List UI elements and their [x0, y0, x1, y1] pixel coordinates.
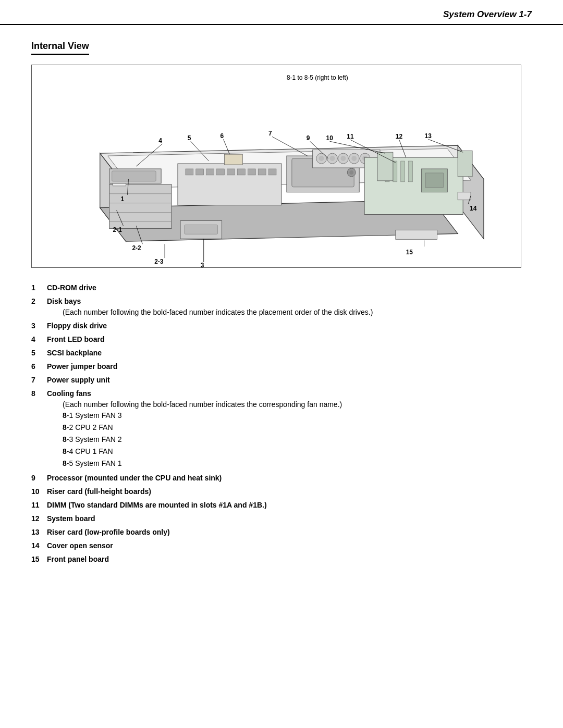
item-number: 7 — [31, 375, 47, 386]
svg-text:12: 12 — [396, 133, 403, 140]
item-number: 9 — [31, 473, 47, 484]
svg-rect-17 — [237, 169, 245, 175]
list-item: 5 SCSI backplane — [31, 348, 521, 359]
list-item: 6 Power jumper board — [31, 361, 521, 372]
svg-rect-50 — [185, 225, 218, 234]
item-number: 14 — [31, 540, 47, 551]
svg-text:6: 6 — [221, 132, 224, 140]
list-item: 4 Front LED board — [31, 334, 521, 345]
svg-text:4: 4 — [158, 137, 162, 144]
sub-bold: 8 — [63, 459, 67, 467]
item-number: 3 — [31, 320, 47, 331]
svg-text:14: 14 — [470, 205, 477, 212]
svg-rect-40 — [409, 161, 413, 182]
list-item: 3 Floppy disk drive — [31, 320, 521, 331]
diagram-box: 8-1 to 8-5 (right to left) — [31, 65, 521, 268]
sub-bold: 8 — [63, 423, 67, 431]
svg-text:7: 7 — [268, 130, 272, 137]
svg-point-29 — [329, 156, 335, 161]
svg-text:2-2: 2-2 — [132, 244, 141, 252]
item-content: Cooling fans (Each number following the … — [47, 388, 342, 470]
list-item: 11 DIMM (Two standard DIMMs are mounted … — [31, 500, 521, 511]
page-title: System Overview 1-7 — [443, 9, 532, 20]
svg-text:2-1: 2-1 — [113, 226, 123, 233]
svg-rect-52 — [112, 171, 156, 181]
svg-text:11: 11 — [347, 133, 354, 140]
list-item: 8 Cooling fans (Each number following th… — [31, 388, 521, 470]
svg-rect-44 — [458, 151, 472, 177]
svg-rect-18 — [248, 169, 255, 175]
item-number: 6 — [31, 361, 47, 372]
svg-text:5: 5 — [188, 134, 191, 142]
svg-rect-48 — [225, 154, 243, 165]
sub-item: 8-1 System FAN 3 — [63, 410, 342, 421]
item-label: Processor (mounted under the CPU and hea… — [47, 473, 222, 484]
item-label: Floppy disk drive — [47, 320, 107, 331]
item-number: 2 — [31, 296, 47, 307]
svg-point-31 — [340, 156, 346, 161]
diagram-svg: 8-1 to 8-5 (right to left) — [32, 65, 521, 267]
svg-rect-13 — [196, 169, 204, 175]
list-item: 12 System board — [31, 513, 521, 524]
item-label: Front panel board — [47, 554, 109, 565]
svg-text:1: 1 — [121, 195, 125, 203]
item-label: Riser card (low-profile boards only) — [47, 527, 170, 538]
sub-item-text: 8-4 CPU 1 FAN — [63, 446, 113, 457]
item-label: Power jumper board — [47, 361, 117, 372]
item-label: Power supply unit — [47, 375, 110, 386]
item-label: Cover open sensor — [47, 540, 113, 551]
svg-text:15: 15 — [406, 249, 413, 256]
component-list: 1 CD-ROM drive 2 Disk bays (Each number … — [31, 282, 521, 565]
item-label: CD-ROM drive — [47, 282, 96, 293]
list-item: 7 Power supply unit — [31, 375, 521, 386]
sub-item-text: 8-2 CPU 2 FAN — [63, 422, 113, 433]
list-item: 2 Disk bays (Each number following the b… — [31, 296, 521, 318]
item-number: 5 — [31, 348, 47, 359]
svg-text:9: 9 — [307, 134, 310, 142]
svg-rect-43 — [377, 152, 393, 181]
sub-item: 8-2 CPU 2 FAN — [63, 422, 342, 433]
item-number: 10 — [31, 486, 47, 497]
item-content: Disk bays (Each number following the bol… — [47, 296, 373, 318]
sub-bold: 8 — [63, 411, 67, 419]
item-label: Front LED board — [47, 334, 104, 345]
list-item: 13 Riser card (low-profile boards only) — [31, 527, 521, 538]
item-number: 1 — [31, 282, 47, 293]
svg-rect-14 — [206, 169, 214, 175]
svg-text:10: 10 — [326, 134, 334, 142]
item-label: DIMM (Two standard DIMMs are mounted in … — [47, 500, 267, 511]
svg-rect-19 — [258, 169, 266, 175]
sub-item: 8-4 CPU 1 FAN — [63, 446, 342, 457]
item-number: 13 — [31, 527, 47, 538]
item-number: 12 — [31, 513, 47, 524]
sub-item-text: 8-3 System FAN 2 — [63, 434, 122, 445]
svg-point-33 — [351, 156, 357, 161]
sub-bold: 8 — [63, 435, 67, 443]
section-heading: Internal View — [31, 41, 89, 55]
item-description: (Each number following the bold-faced nu… — [63, 307, 373, 318]
svg-rect-39 — [401, 161, 405, 182]
item-label: Cooling fans — [47, 389, 91, 398]
list-item: 15 Front panel board — [31, 554, 521, 565]
item-number: 15 — [31, 554, 47, 565]
sub-item: 8-5 System FAN 1 — [63, 458, 342, 469]
svg-text:13: 13 — [425, 132, 432, 140]
svg-rect-47 — [396, 230, 437, 239]
item-label: Disk bays — [47, 297, 81, 305]
svg-rect-38 — [393, 161, 397, 182]
svg-rect-16 — [227, 169, 235, 175]
item-label: System board — [47, 513, 95, 524]
item-label: SCSI backplane — [47, 348, 102, 359]
page: System Overview 1-7 Internal View 8-1 to… — [0, 0, 563, 728]
list-item: 9 Processor (mounted under the CPU and h… — [31, 473, 521, 484]
item-description: (Each number following the bold-faced nu… — [63, 399, 342, 410]
sub-item-text: 8-5 System FAN 1 — [63, 458, 122, 469]
svg-rect-42 — [426, 173, 444, 188]
svg-rect-46 — [458, 192, 471, 200]
list-item: 1 CD-ROM drive — [31, 282, 521, 293]
svg-point-27 — [319, 156, 324, 161]
item-number: 4 — [31, 334, 47, 345]
sub-bold: 8 — [63, 447, 67, 455]
sub-item: 8-3 System FAN 2 — [63, 434, 342, 445]
svg-text:2-3: 2-3 — [154, 258, 164, 265]
